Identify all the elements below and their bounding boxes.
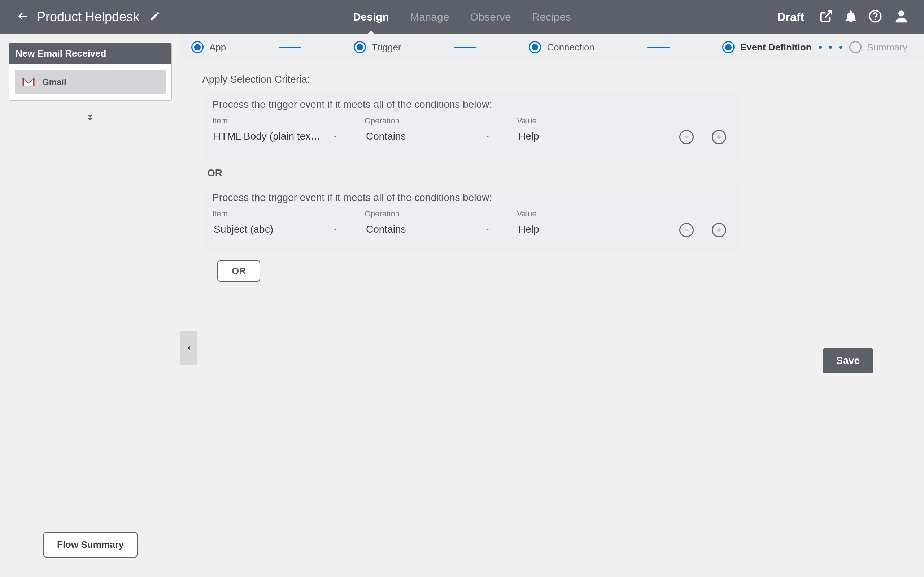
back-arrow-icon[interactable] [16, 10, 29, 24]
field-label-value: Value [517, 209, 645, 219]
criteria-group: Process the trigger event if it meets al… [202, 185, 740, 253]
field-label-value: Value [517, 116, 645, 126]
operation-select[interactable]: Contains [365, 128, 493, 147]
wizard-step-summary[interactable]: Summary [849, 41, 908, 53]
flow-app-row[interactable]: Gmail [15, 70, 166, 95]
chevron-down-icon [331, 132, 339, 140]
svg-point-1 [875, 19, 876, 20]
flow-summary-button[interactable]: Flow Summary [43, 532, 137, 558]
criteria-row: Item Subject (abc) Operation Contains [212, 209, 730, 239]
add-row-button[interactable] [712, 223, 726, 237]
content-area: App Trigger Connection Event Definition [181, 34, 924, 577]
wizard-progress-dots [819, 46, 842, 49]
wizard-step-connection[interactable]: Connection [529, 41, 594, 53]
criteria-desc: Process the trigger event if it meets al… [212, 192, 730, 203]
field-label-operation: Operation [365, 116, 493, 126]
help-icon[interactable] [868, 10, 882, 24]
wizard-step-trigger[interactable]: Trigger [354, 41, 401, 53]
tab-observe[interactable]: Observe [470, 0, 511, 34]
value-input[interactable] [517, 128, 645, 147]
edit-icon[interactable] [147, 11, 160, 23]
criteria-desc: Process the trigger event if it meets al… [212, 99, 730, 110]
svg-point-2 [898, 10, 904, 16]
field-label-operation: Operation [365, 209, 493, 219]
item-select[interactable]: HTML Body (plain tex… [212, 128, 341, 147]
status-label: Draft [777, 10, 804, 24]
topbar: Product Helpdesk Design Manage Observe R… [0, 0, 924, 34]
save-button[interactable]: Save [822, 348, 874, 373]
tab-manage[interactable]: Manage [410, 0, 449, 34]
item-select[interactable]: Subject (abc) [212, 221, 341, 239]
field-label-item: Item [212, 116, 341, 126]
chevron-down-icon [484, 226, 492, 233]
chevron-down-icon [484, 132, 492, 140]
criteria-row: Item HTML Body (plain tex… Operation Con… [212, 116, 730, 147]
criteria-group: Process the trigger event if it meets al… [202, 92, 740, 160]
add-or-group-button[interactable]: OR [217, 260, 260, 282]
wizard-steps: App Trigger Connection Event Definition [181, 34, 924, 61]
operation-select[interactable]: Contains [365, 221, 493, 239]
remove-row-button[interactable] [679, 223, 694, 237]
user-icon[interactable] [893, 8, 909, 26]
add-row-button[interactable] [712, 130, 726, 144]
expand-chevrons-icon[interactable] [84, 111, 96, 125]
gmail-icon [21, 74, 36, 90]
nav-tabs: Design Manage Observe Recipes [353, 0, 571, 34]
flow-card-title: New Email Received [9, 43, 171, 64]
value-input[interactable] [517, 221, 645, 239]
tab-recipes[interactable]: Recipes [532, 0, 571, 34]
tab-design[interactable]: Design [353, 0, 389, 34]
bell-icon[interactable] [844, 10, 858, 24]
or-divider: OR [207, 167, 902, 179]
chevron-down-icon [331, 226, 339, 233]
collapse-sidebar-button[interactable] [181, 331, 197, 365]
wizard-step-event-definition[interactable]: Event Definition [722, 41, 812, 53]
wizard-step-app[interactable]: App [191, 41, 226, 53]
section-title: Apply Selection Criteria: [202, 74, 902, 85]
flow-card: New Email Received Gmail [9, 43, 172, 101]
flow-app-label: Gmail [42, 77, 66, 87]
sidebar: New Email Received Gmail Flow Summary [0, 34, 181, 577]
page-title: Product Helpdesk [37, 10, 139, 24]
field-label-item: Item [212, 209, 341, 219]
remove-row-button[interactable] [679, 130, 694, 144]
open-external-icon[interactable] [819, 10, 833, 24]
